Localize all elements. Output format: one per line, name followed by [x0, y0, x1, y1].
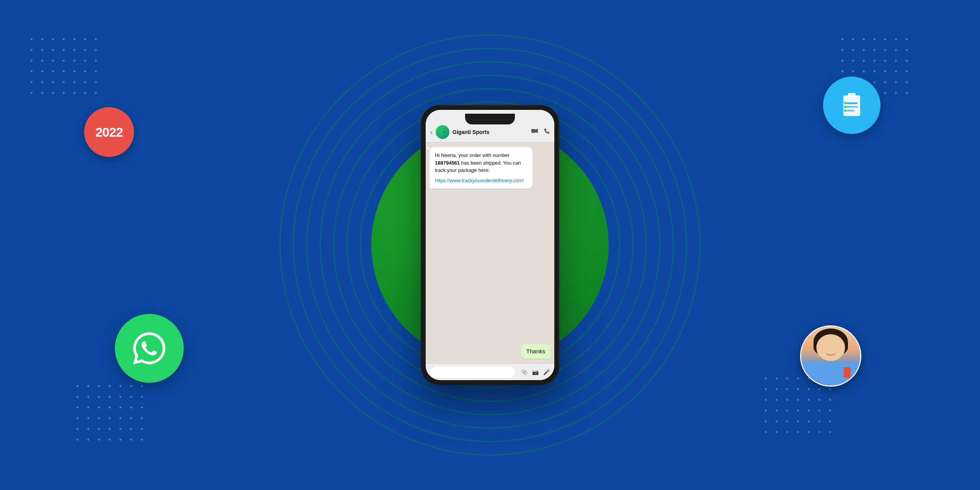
- svg-marker-13: [536, 129, 538, 133]
- contact-name: Giganti Sports: [452, 129, 528, 135]
- phone-call-icon[interactable]: [544, 128, 550, 136]
- video-call-icon[interactable]: [531, 128, 538, 136]
- header-action-icons: [531, 128, 550, 136]
- wa-input-bar: 📎 📷 🎤: [426, 363, 554, 380]
- svg-point-8: [844, 109, 846, 112]
- phone-screen: ‹ Giganti Sports: [426, 110, 554, 380]
- badge-2022-text: 2022: [95, 125, 123, 140]
- input-action-icons: 📎 📷 🎤: [521, 369, 550, 375]
- clipboard-icon: [836, 90, 867, 121]
- tracking-link[interactable]: https://www.trackyouorderdelhivery.com/: [435, 177, 527, 184]
- phone: ‹ Giganti Sports: [421, 105, 559, 385]
- clipboard-circle: [823, 77, 880, 134]
- svg-rect-1: [848, 93, 856, 98]
- contact-avatar: [436, 125, 449, 139]
- whatsapp-circle: [115, 314, 184, 383]
- message-input[interactable]: [430, 366, 515, 378]
- svg-rect-0: [843, 95, 860, 116]
- sent-message: Thanks: [521, 344, 550, 359]
- received-message: Hi Neena, your order with number 1887945…: [430, 147, 532, 189]
- svg-point-6: [844, 102, 846, 104]
- attachment-icon[interactable]: 📎: [521, 369, 528, 375]
- received-message-text: Hi Neena, your order with number 1887945…: [435, 152, 527, 174]
- microphone-icon[interactable]: 🎤: [543, 369, 550, 375]
- badge-2022: 2022: [84, 107, 134, 157]
- phone-container: ‹ Giganti Sports: [421, 105, 559, 385]
- camera-icon[interactable]: 📷: [532, 369, 539, 375]
- chat-area: Hi Neena, your order with number 1887945…: [426, 142, 554, 363]
- svg-rect-12: [531, 129, 536, 133]
- phone-notch: [465, 114, 515, 124]
- contact-avatar-logo: [438, 127, 447, 137]
- whatsapp-icon: [130, 329, 168, 368]
- sent-message-text: Thanks: [526, 348, 545, 354]
- svg-point-7: [844, 106, 846, 108]
- back-button[interactable]: ‹: [430, 128, 433, 136]
- person-circle: [800, 325, 861, 387]
